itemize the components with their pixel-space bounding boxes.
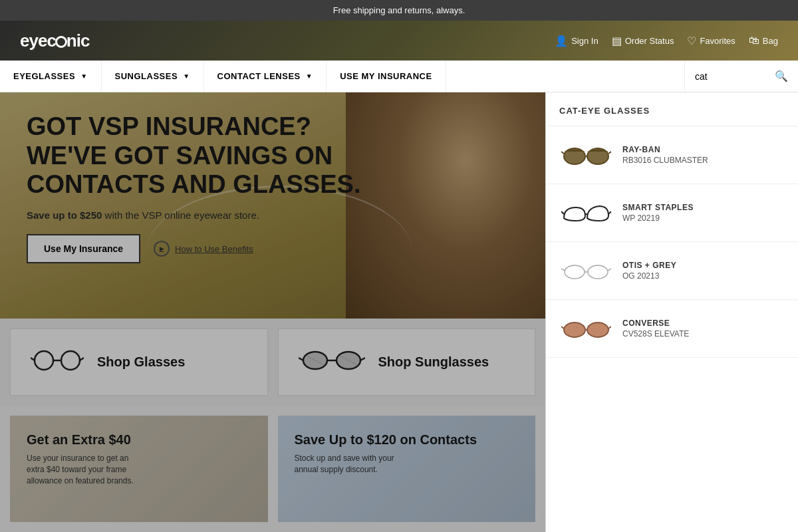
smart-staples-brand: SMART STAPLES [622, 203, 785, 212]
ray-ban-glasses-icon [561, 142, 611, 168]
nav-sunglasses[interactable]: SUNGLASSES ▼ [102, 61, 204, 92]
order-icon: ▤ [612, 35, 622, 47]
smart-staples-glasses-icon [561, 200, 611, 226]
hero-subtitle: Save up to $250 with the VSP online eyew… [27, 209, 372, 221]
otis-grey-glasses-icon [561, 257, 611, 284]
svg-line-29 [608, 327, 611, 329]
promo-save-120-title: Save Up to $120 on Contacts [295, 432, 519, 448]
otis-grey-brand: OTIS + GREY [622, 261, 785, 270]
sign-in-button[interactable]: 👤 Sign In [555, 35, 598, 47]
nav-sunglasses-label: SUNGLASSES [115, 71, 178, 81]
svg-line-15 [561, 152, 564, 154]
nav-contact-lenses-label: CONTACT LENSES [217, 71, 301, 81]
chevron-down-icon: ▼ [183, 72, 190, 80]
glasses-icon [31, 346, 84, 378]
nav-use-my-insurance[interactable]: USE MY INSURANCE [327, 61, 446, 92]
hero-content: GOT VSP INSURANCE? WE'VE GOT SAVINGS ON … [27, 112, 372, 263]
main-container: GOT VSP INSURANCE? WE'VE GOT SAVINGS ON … [0, 92, 798, 532]
use-insurance-button[interactable]: Use My Insurance [27, 234, 140, 263]
hero-subtitle-bold: Save up to $250 [27, 209, 102, 221]
header: eyecnic 👤 Sign In ▤ Order Status ♡ Favor… [0, 21, 798, 61]
svg-point-21 [588, 265, 608, 279]
nav-eyeglasses-label: EYEGLASSES [13, 71, 75, 81]
search-icon[interactable]: 🔍 [775, 70, 788, 82]
nav-eyeglasses[interactable]: EYEGLASSES ▼ [0, 61, 102, 92]
how-to-use-benefits-button[interactable]: ▶ How to Use Benefits [154, 241, 253, 257]
search-input[interactable] [695, 71, 775, 82]
nav-insurance-label: USE MY INSURANCE [340, 71, 432, 81]
bag-icon: 🛍 [749, 35, 759, 47]
search-result-smart-staples[interactable]: SMART STAPLES WP 20219 [546, 184, 798, 242]
svg-line-23 [561, 269, 565, 271]
search-result-otis-grey[interactable]: OTIS + GREY OG 20213 [546, 242, 798, 300]
shop-cards-section: Shop Glasses Shop Sunglasses [0, 319, 545, 406]
svg-line-4 [80, 358, 84, 360]
hero-section: GOT VSP INSURANCE? WE'VE GOT SAVINGS ON … [0, 92, 545, 319]
promo-cards-section: Get an Extra $40 Use your insurance to g… [10, 416, 535, 522]
shop-sunglasses-label: Shop Sunglasses [378, 354, 489, 370]
sunglasses-icon [299, 346, 365, 378]
nav-contact-lenses[interactable]: CONTACT LENSES ▼ [204, 61, 327, 92]
otis-grey-info: OTIS + GREY OG 20213 [622, 261, 785, 281]
search-result-ray-ban[interactable]: RAY-BAN RB3016 CLUBMASTER [546, 126, 798, 184]
svg-line-3 [31, 358, 35, 360]
smart-staples-info: SMART STAPLES WP 20219 [622, 203, 785, 223]
svg-line-18 [561, 211, 564, 214]
converse-glasses-icon [561, 315, 611, 342]
shop-glasses-card[interactable]: Shop Glasses [10, 329, 268, 396]
promo-extra-40-title: Get an Extra $40 [27, 432, 251, 448]
order-status-button[interactable]: ▤ Order Status [612, 35, 674, 47]
svg-line-16 [608, 152, 611, 154]
sign-in-label: Sign In [571, 36, 598, 46]
search-dropdown: CAT-EYE GLASSES RAY-BAN RB3016 CLUBMASTE… [545, 92, 798, 532]
announcement-text: Free shipping and returns, always. [333, 5, 466, 15]
svg-line-19 [608, 211, 611, 214]
regular-glasses-svg [31, 346, 84, 372]
svg-point-20 [565, 265, 585, 279]
svg-line-8 [299, 358, 303, 360]
ray-ban-image [559, 138, 612, 172]
bag-label: Bag [763, 36, 778, 46]
converse-brand: CONVERSE [622, 319, 785, 328]
chevron-down-icon: ▼ [80, 72, 87, 80]
svg-line-28 [561, 327, 564, 329]
promo-card-extra-40[interactable]: Get an Extra $40 Use your insurance to g… [10, 416, 268, 522]
hero-subtitle-text: with the VSP online eyewear store. [102, 209, 259, 221]
navigation: EYEGLASSES ▼ SUNGLASSES ▼ CONTACT LENSES… [0, 61, 798, 92]
favorites-label: Favorites [700, 36, 735, 46]
favorites-button[interactable]: ♡ Favorites [687, 35, 735, 47]
otis-grey-image [559, 254, 612, 287]
logo[interactable]: eyecnic [20, 31, 89, 51]
shop-sunglasses-card[interactable]: Shop Sunglasses [278, 329, 536, 396]
svg-point-1 [61, 351, 80, 370]
svg-point-0 [35, 351, 53, 370]
announcement-bar: Free shipping and returns, always. [0, 0, 798, 21]
chevron-down-icon: ▼ [306, 72, 313, 80]
header-actions: 👤 Sign In ▤ Order Status ♡ Favorites 🛍 B… [555, 35, 778, 47]
svg-point-25 [564, 323, 585, 337]
play-icon: ▶ [154, 241, 170, 257]
user-icon: 👤 [555, 35, 568, 47]
search-container: 🔍 [684, 61, 798, 92]
hero-buttons: Use My Insurance ▶ How to Use Benefits [27, 234, 372, 263]
ray-ban-info: RAY-BAN RB3016 CLUBMASTER [622, 145, 785, 165]
sunglasses-svg [299, 346, 365, 372]
ray-ban-brand: RAY-BAN [622, 145, 785, 154]
shop-glasses-label: Shop Glasses [97, 354, 185, 370]
search-result-converse[interactable]: CONVERSE CV528S ELEVATE [546, 300, 798, 358]
promo-extra-40-desc: Use your insurance to get an extra $40 t… [27, 453, 146, 486]
left-content: GOT VSP INSURANCE? WE'VE GOT SAVINGS ON … [0, 92, 545, 532]
converse-image [559, 312, 612, 345]
svg-line-24 [608, 269, 611, 271]
promo-card-save-120[interactable]: Save Up to $120 on Contacts Stock up and… [278, 416, 536, 522]
order-status-label: Order Status [625, 36, 674, 46]
logo-o-icon [55, 36, 67, 48]
bag-button[interactable]: 🛍 Bag [749, 35, 778, 47]
promo-save-120-desc: Stock up and save with your annual suppl… [295, 453, 414, 475]
otis-grey-model: OG 20213 [622, 271, 785, 281]
converse-info: CONVERSE CV528S ELEVATE [622, 319, 785, 338]
ray-ban-model: RB3016 CLUBMASTER [622, 156, 785, 165]
heart-icon: ♡ [687, 35, 696, 47]
svg-line-9 [360, 358, 365, 360]
smart-staples-image [559, 196, 612, 229]
